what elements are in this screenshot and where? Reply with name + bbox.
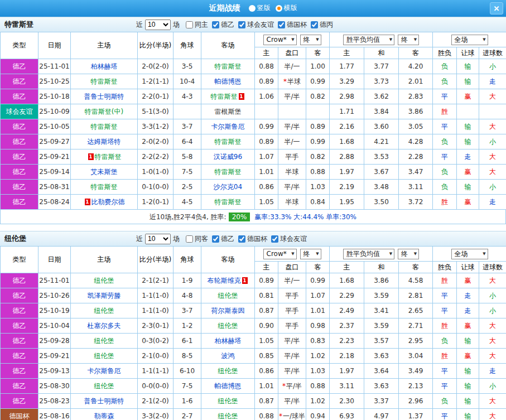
- home-team-link[interactable]: 特雷斯登: [91, 123, 118, 131]
- final-avg-dropdown[interactable]: 终▼: [398, 249, 419, 259]
- avg-draw-odds: 3.57: [364, 334, 399, 349]
- avg-home-odds: 2.23: [330, 334, 364, 349]
- match-result: 平: [433, 364, 457, 379]
- odds-company-dropdown[interactable]: Crow*▼: [263, 249, 297, 259]
- away-team-link[interactable]: 帕德博恩: [215, 78, 242, 85]
- home-team-link[interactable]: 纽伦堡: [94, 382, 114, 390]
- home-team-link[interactable]: 卡尔斯鲁厄: [88, 367, 121, 375]
- final-odds-dropdown[interactable]: 终▼: [300, 249, 321, 259]
- away-team-link[interactable]: 汉诺威96: [214, 153, 242, 161]
- fulltime-dropdown[interactable]: 全场▼: [451, 35, 488, 45]
- filter-checkbox-3[interactable]: 德国杯: [278, 20, 307, 30]
- avg-draw-odds: 3.77: [364, 59, 399, 74]
- filter-checkbox-2[interactable]: 德国杯: [238, 234, 267, 244]
- away-team-link[interactable]: 特雷斯登: [215, 198, 242, 206]
- away-team-link[interactable]: 纽伦堡: [218, 397, 238, 405]
- layout-radio-1[interactable]: 横版: [276, 3, 297, 13]
- league-badge: 德乙: [1, 74, 38, 89]
- away-team-link[interactable]: 布轮斯维克: [208, 277, 241, 284]
- match-count-select[interactable]: 10: [145, 234, 171, 244]
- final-odds-dropdown[interactable]: 终▼: [300, 35, 321, 45]
- changed-odds-star: *: [283, 78, 287, 85]
- away-team-link[interactable]: 特雷斯登: [211, 93, 238, 100]
- odds-company-dropdown[interactable]: Crow*▼: [263, 35, 297, 45]
- checkbox-input[interactable]: [212, 235, 219, 243]
- goals-result: 大: [479, 394, 506, 409]
- home-team-link[interactable]: 普鲁士明斯特: [84, 397, 124, 405]
- checkbox-input[interactable]: [278, 21, 285, 28]
- home-team-link[interactable]: 特雷斯登: [91, 183, 118, 191]
- away-team-link[interactable]: 纽伦堡: [218, 412, 238, 420]
- match-count-select[interactable]: 10: [145, 20, 171, 30]
- checkbox-input[interactable]: [186, 235, 193, 243]
- asian-home-odds: 1.01: [255, 165, 278, 180]
- away-team-link[interactable]: 沙尔克04: [214, 183, 242, 191]
- col-header-home: 主场: [71, 247, 138, 273]
- filter-checkbox-4[interactable]: 德丙: [311, 20, 333, 30]
- home-team-link[interactable]: 特雷斯登: [95, 153, 122, 161]
- away-team-link[interactable]: 特雷斯登: [215, 138, 242, 146]
- away-team-link[interactable]: 纽伦堡: [218, 367, 238, 375]
- home-team-link[interactable]: 勒蒂森: [94, 412, 114, 420]
- checkbox-input[interactable]: [238, 21, 245, 28]
- avg-away-odds: 3.47: [399, 165, 433, 180]
- filter-checkbox-2[interactable]: 球会友谊: [238, 20, 274, 30]
- avg-draw-odds: 3.41: [364, 303, 399, 318]
- away-team-link[interactable]: 纽伦堡: [218, 322, 238, 330]
- handicap-result: 走: [457, 303, 479, 318]
- col-header-goals: 进球数: [479, 262, 506, 273]
- goals-result: [479, 104, 506, 119]
- avg-odds-dropdown[interactable]: 胜平负均值▼: [343, 249, 394, 259]
- layout-radio-0[interactable]: 竖版: [249, 3, 271, 13]
- away-team-link[interactable]: 荷尔斯泰因: [211, 307, 245, 315]
- home-team-link[interactable]: 凯泽斯劳滕: [88, 292, 121, 300]
- corners: 4-5: [174, 195, 201, 210]
- home-team-link[interactable]: 纽伦堡: [94, 277, 114, 284]
- away-team-link[interactable]: 特雷斯登: [215, 62, 242, 70]
- corners: 4-3: [174, 89, 201, 104]
- filter-checkbox-1[interactable]: 德乙: [212, 234, 234, 244]
- away-team-link[interactable]: 帕德博恩: [215, 382, 242, 390]
- home-team-link[interactable]: 纽伦堡: [94, 352, 114, 360]
- away-team-link[interactable]: 特雷斯登: [215, 168, 242, 176]
- home-team-link[interactable]: 艾未斯堡: [91, 168, 118, 176]
- fulltime-dropdown[interactable]: 全场▼: [451, 249, 488, 259]
- away-team-link[interactable]: 卡尔斯鲁厄: [211, 123, 245, 131]
- home-team-link[interactable]: 纽伦堡: [94, 307, 114, 315]
- home-team-link[interactable]: 柏林赫塔: [91, 62, 118, 70]
- team-header-bar: 特雷斯登近10场同主德乙球会友谊德国杯德丙: [0, 17, 506, 32]
- close-button[interactable]: ✕: [490, 2, 503, 15]
- asian-away-odds: 0.83: [306, 334, 330, 349]
- home-team-link[interactable]: 特雷斯登(中): [85, 108, 123, 115]
- home-team-link[interactable]: 比勒费尔德: [91, 198, 125, 206]
- goals-result: 大: [479, 409, 506, 420]
- goals-result: 大: [479, 119, 506, 134]
- col-header-odds_away: 客: [306, 47, 330, 59]
- goals-result: 小: [479, 134, 506, 149]
- avg-odds-dropdown[interactable]: 胜平负均值▼: [343, 35, 394, 45]
- checkbox-input[interactable]: [186, 21, 193, 28]
- league-name: 德乙: [13, 292, 26, 300]
- home-team: 普鲁士明斯特: [71, 89, 138, 104]
- home-team-link[interactable]: 杜塞尔多夫: [88, 322, 121, 330]
- checkbox-input[interactable]: [311, 21, 318, 28]
- match-row: 德乙25-10-04杜塞尔多夫2-3(0-1)1-2纽伦堡0.90平手0.982…: [1, 318, 506, 334]
- filter-checkbox-3[interactable]: 球会友谊: [271, 234, 307, 244]
- away-team-link[interactable]: 柏林赫塔: [215, 337, 242, 345]
- away-team-link[interactable]: 雷根斯堡: [215, 108, 242, 115]
- away-team-link[interactable]: 波鸿: [221, 352, 235, 360]
- checkbox-input[interactable]: [212, 21, 219, 28]
- home-team-link[interactable]: 达姆斯塔特: [88, 138, 121, 146]
- home-team-link[interactable]: 纽伦堡: [94, 337, 114, 345]
- home-team-link[interactable]: 普鲁士明斯特: [84, 93, 124, 100]
- checkbox-input[interactable]: [271, 235, 278, 243]
- checkbox-input[interactable]: [238, 235, 245, 243]
- away-team-link[interactable]: 纽伦堡: [218, 292, 238, 300]
- filter-checkbox-0[interactable]: 同客: [186, 234, 208, 244]
- home-team: 特雷斯登: [71, 74, 138, 89]
- final-avg-dropdown[interactable]: 终▼: [398, 35, 419, 45]
- filter-checkbox-1[interactable]: 德乙: [212, 20, 234, 30]
- filter-checkbox-0[interactable]: 同主: [186, 20, 208, 30]
- home-team-link[interactable]: 特雷斯登: [91, 78, 118, 85]
- asian-home-odds: 0.88: [255, 409, 278, 420]
